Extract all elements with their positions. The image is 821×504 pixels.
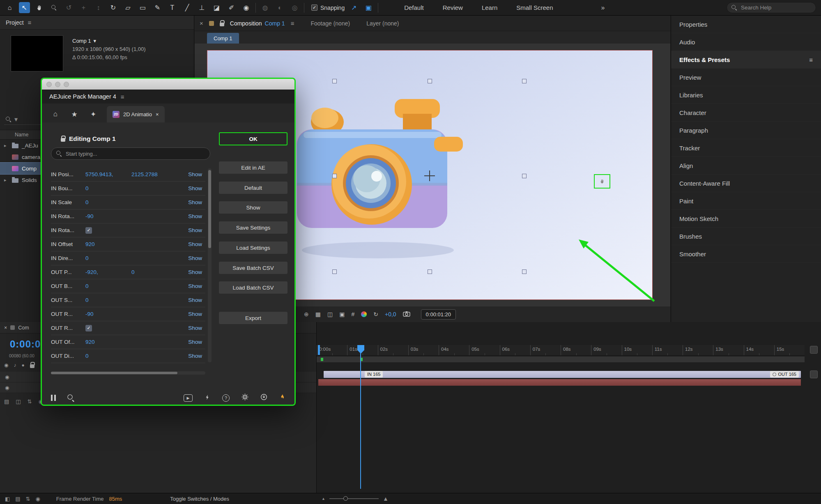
sidebar-item-audio[interactable]: Audio	[671, 33, 821, 51]
property-value-field[interactable]: 0	[85, 353, 128, 359]
property-value-field-2[interactable]: 0	[131, 269, 135, 275]
show-link[interactable]: Show	[188, 227, 205, 233]
mask-visibility-icon[interactable]: ◫	[327, 311, 333, 318]
sidebar-item-properties[interactable]: Properties	[671, 16, 821, 33]
workspace-review[interactable]: Review	[443, 4, 463, 11]
lock-icon[interactable]	[30, 364, 34, 368]
sidebar-item-character[interactable]: Character	[671, 104, 821, 122]
show-link[interactable]: Show	[188, 297, 205, 303]
selection-handle[interactable]	[522, 174, 527, 178]
workspace-default[interactable]: Default	[404, 4, 424, 11]
flame-icon[interactable]	[279, 394, 285, 402]
favorites-star-icon[interactable]: ★	[66, 106, 83, 122]
puppet-option-b-icon[interactable]: ◐	[274, 2, 285, 13]
layer-duration-bar-2[interactable]	[318, 379, 801, 386]
close-window-icon[interactable]	[46, 82, 52, 87]
load-settings-button[interactable]: Load Settings	[219, 242, 287, 254]
property-value-field[interactable]: 920	[85, 339, 128, 345]
region-of-interest-icon[interactable]: ▣	[339, 311, 345, 318]
current-time-indicator-line[interactable]	[360, 353, 361, 489]
shy-icon[interactable]: ◉	[36, 496, 40, 502]
eye-icon[interactable]: ◉	[4, 362, 8, 368]
roto-brush-tool-icon[interactable]: ✐	[226, 2, 237, 13]
property-value-field[interactable]: -90	[85, 213, 128, 219]
exposure-readout[interactable]: +0,0	[385, 311, 396, 318]
transparency-grid-icon[interactable]: ▦	[315, 311, 321, 318]
property-checkbox[interactable]: ✓	[85, 227, 92, 234]
snapping-checkbox[interactable]: ✓	[311, 5, 317, 11]
work-area-bar[interactable]	[317, 357, 805, 362]
pan-camera-tool-icon[interactable]: +	[78, 2, 89, 13]
sidebar-item-libraries[interactable]: Libraries	[671, 86, 821, 104]
horizontal-scrollbar[interactable]	[51, 371, 205, 375]
scrollbar-thumb[interactable]	[51, 372, 177, 374]
property-value-field[interactable]: 920	[85, 241, 128, 247]
show-link[interactable]: Show	[188, 325, 205, 331]
zoom-slider[interactable]	[329, 498, 379, 499]
lock-icon[interactable]	[220, 23, 224, 26]
reset-exposure-icon[interactable]: ↻	[373, 311, 378, 318]
show-link[interactable]: Show	[188, 269, 205, 275]
expand-collapse-icon[interactable]: ⇅	[28, 398, 32, 405]
effects-sparkle-icon[interactable]: ✦	[85, 106, 102, 122]
solo-icon[interactable]: ●	[21, 362, 24, 368]
minimize-window-icon[interactable]	[55, 82, 60, 87]
pan-behind-tool-icon[interactable]: ▱	[122, 2, 133, 13]
close-tab-icon[interactable]: ×	[156, 111, 159, 117]
clone-stamp-tool-icon[interactable]: ⊥	[196, 2, 207, 13]
vertical-scrollbar[interactable]	[208, 168, 212, 362]
property-search-input[interactable]	[66, 151, 189, 157]
selection-handle[interactable]	[332, 269, 337, 274]
maximize-window-icon[interactable]	[64, 82, 69, 87]
selection-handle[interactable]	[332, 79, 337, 83]
panel-menu-icon[interactable]: ≡	[809, 56, 813, 63]
snap-to-features-icon[interactable]: ▣	[363, 2, 374, 13]
type-tool-icon[interactable]: T	[167, 2, 178, 13]
menu-icon[interactable]: ≡	[121, 93, 124, 100]
property-value-field[interactable]: 0	[85, 283, 128, 289]
scrollbar-thumb[interactable]	[208, 170, 211, 248]
close-icon[interactable]: ×	[200, 20, 203, 27]
comp-marker-bin-button[interactable]	[810, 346, 818, 354]
pen-tool-icon[interactable]: ✎	[152, 2, 163, 13]
snapping-control[interactable]: ✓ Snapping	[311, 5, 345, 11]
sidebar-item-effects-presets[interactable]: Effects & Presets ≡	[671, 51, 821, 69]
mask-tool-icon[interactable]: ▭	[137, 2, 148, 13]
home-icon[interactable]: ⌂	[47, 106, 64, 122]
search-help-input[interactable]	[741, 5, 807, 11]
show-link[interactable]: Show	[188, 213, 205, 219]
chevron-down-icon[interactable]: ▾	[14, 115, 18, 123]
snap-along-edges-icon[interactable]: ↗	[348, 2, 359, 13]
viewer-timecode[interactable]: 0:00:01:20	[421, 309, 456, 320]
show-link[interactable]: Show	[188, 283, 205, 289]
sidebar-item-brushes[interactable]: Brushes	[671, 228, 821, 245]
property-value-field-2[interactable]: 2125.2788	[131, 171, 158, 177]
zoom-tool-icon[interactable]	[48, 2, 60, 13]
property-value-field[interactable]: 0	[85, 185, 128, 191]
show-link[interactable]: Show	[188, 171, 205, 177]
zoom-icon[interactable]	[67, 394, 75, 402]
property-value-field[interactable]: -90	[85, 311, 128, 317]
graph-editor-button[interactable]	[810, 371, 818, 378]
dolly-tool-icon[interactable]: ↕	[93, 2, 104, 13]
panel-menu-icon[interactable]: ≡	[291, 20, 294, 27]
eye-icon[interactable]: ◉	[5, 385, 9, 391]
selection-handle[interactable]	[428, 79, 432, 83]
selection-handle[interactable]	[332, 174, 337, 178]
anchor-point-crosshair[interactable]	[424, 170, 435, 181]
property-value-field[interactable]: 0	[85, 199, 128, 205]
work-area-start-handle[interactable]	[318, 345, 320, 355]
workspace-small-screen[interactable]: Small Screen	[516, 4, 553, 11]
twisty-icon[interactable]: ▸	[4, 177, 9, 183]
default-button[interactable]: Default	[219, 182, 287, 194]
flowchart-icon[interactable]: ▤	[15, 496, 20, 502]
show-link[interactable]: Show	[188, 311, 205, 317]
tab-2d-animation[interactable]: 2D 2D Animatio ×	[107, 106, 165, 122]
sidebar-item-content-aware-fill[interactable]: Content-Aware Fill	[671, 175, 821, 192]
time-ruler[interactable]: 0:00s 01s 02s 03s 04s 05s 06s 07s 08s 09…	[317, 345, 805, 356]
hand-tool-icon[interactable]	[34, 2, 45, 13]
show-link[interactable]: Show	[188, 199, 205, 205]
eye-icon[interactable]: ◉	[5, 374, 9, 380]
sidebar-item-align[interactable]: Align	[671, 157, 821, 175]
property-value-field[interactable]: 5750.9413,	[85, 171, 128, 177]
